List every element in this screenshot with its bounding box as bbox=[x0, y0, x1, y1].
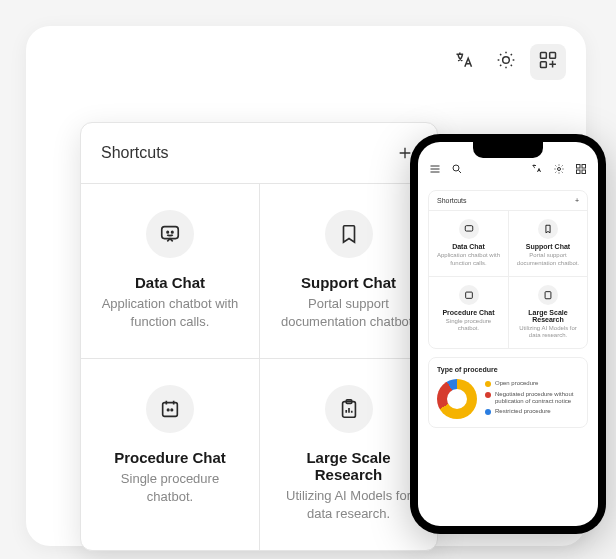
phone-shortcuts-title: Shortcuts bbox=[437, 197, 467, 204]
chart-title: Type of procedure bbox=[437, 366, 579, 373]
tile-title: Support Chat bbox=[515, 243, 581, 250]
tile-desc: Single procedure chatbot. bbox=[99, 470, 241, 505]
tile-title: Data Chat bbox=[435, 243, 502, 250]
svg-rect-3 bbox=[541, 62, 547, 68]
svg-rect-18 bbox=[465, 226, 473, 231]
tile-title: Support Chat bbox=[278, 274, 419, 291]
svg-point-12 bbox=[453, 165, 459, 171]
svg-rect-7 bbox=[163, 403, 178, 417]
phone-shortcuts-panel: Shortcuts + Data Chat Application chatbo… bbox=[428, 190, 588, 349]
phone-notch bbox=[473, 142, 543, 158]
shortcut-tile-data-chat[interactable]: Data Chat Application chatbot with funct… bbox=[81, 183, 259, 358]
phone-screen: Shortcuts + Data Chat Application chatbo… bbox=[418, 142, 598, 526]
tile-desc: Single procedure chatbot. bbox=[435, 318, 502, 334]
svg-rect-1 bbox=[541, 53, 547, 59]
apps-button[interactable] bbox=[530, 44, 566, 80]
menu-icon[interactable] bbox=[428, 162, 442, 176]
tile-desc: Application chatbot with function calls. bbox=[99, 295, 241, 330]
svg-rect-19 bbox=[465, 292, 472, 298]
svg-point-8 bbox=[167, 409, 168, 410]
phone-add-button[interactable]: + bbox=[575, 197, 579, 204]
legend-label: Negotiated procedure without publication… bbox=[495, 391, 579, 405]
legend-dot bbox=[485, 392, 491, 398]
tile-title: Procedure Chat bbox=[99, 449, 241, 466]
legend-item: Negotiated procedure without publication… bbox=[485, 391, 579, 405]
tile-title: Data Chat bbox=[99, 274, 241, 291]
translate-icon bbox=[454, 50, 474, 74]
apps-grid-icon[interactable] bbox=[574, 162, 588, 176]
tile-desc: Utilizing AI Models for data research. bbox=[515, 325, 581, 341]
phone-tile-procedure-chat[interactable]: Procedure Chat Single procedure chatbot. bbox=[429, 276, 508, 349]
calendar-chat-icon bbox=[459, 285, 479, 305]
legend-dot bbox=[485, 381, 491, 387]
shortcuts-header: Shortcuts bbox=[81, 123, 437, 183]
shortcuts-panel: Shortcuts Data Chat Application chatbot bbox=[80, 122, 438, 551]
svg-rect-16 bbox=[577, 170, 581, 174]
tile-title: Procedure Chat bbox=[435, 309, 502, 316]
translate-icon[interactable] bbox=[530, 162, 544, 176]
svg-point-5 bbox=[167, 231, 168, 232]
legend-dot bbox=[485, 409, 491, 415]
legend-item: Restricted procedure bbox=[485, 408, 579, 415]
phone-tile-support-chat[interactable]: Support Chat Portal support documentatio… bbox=[508, 210, 587, 276]
legend-label: Open procedure bbox=[495, 380, 538, 387]
bookmark-icon bbox=[325, 210, 373, 258]
legend-label: Restricted procedure bbox=[495, 408, 551, 415]
tile-desc: Portal support documentation chatbot. bbox=[278, 295, 419, 330]
tile-desc: Application chatbot with function calls. bbox=[435, 252, 502, 268]
theme-button[interactable] bbox=[488, 44, 524, 80]
chat-smile-icon bbox=[146, 210, 194, 258]
chat-smile-icon bbox=[459, 219, 479, 239]
svg-rect-17 bbox=[582, 170, 586, 174]
sun-icon bbox=[496, 50, 516, 74]
svg-rect-4 bbox=[162, 227, 179, 239]
tile-title: Large Scale Research bbox=[278, 449, 419, 483]
svg-rect-15 bbox=[582, 165, 586, 169]
chart-legend: Open procedure Negotiated procedure with… bbox=[485, 380, 579, 418]
apps-grid-icon bbox=[538, 50, 558, 74]
shortcuts-title: Shortcuts bbox=[101, 144, 169, 162]
search-icon[interactable] bbox=[450, 162, 464, 176]
phone-tile-research[interactable]: Large Scale Research Utilizing AI Models… bbox=[508, 276, 587, 349]
legend-item: Open procedure bbox=[485, 380, 579, 387]
clipboard-chart-icon bbox=[325, 385, 373, 433]
phone-chart-card: Type of procedure Open procedure Negotia… bbox=[428, 357, 588, 428]
svg-point-0 bbox=[503, 57, 510, 64]
shortcut-tile-procedure-chat[interactable]: Procedure Chat Single procedure chatbot. bbox=[81, 358, 259, 550]
phone-mockup: Shortcuts + Data Chat Application chatbo… bbox=[410, 134, 606, 534]
tile-title: Large Scale Research bbox=[515, 309, 581, 323]
tile-desc: Portal support documentation chatbot. bbox=[515, 252, 581, 268]
svg-point-6 bbox=[172, 231, 173, 232]
svg-point-9 bbox=[171, 409, 172, 410]
translate-button[interactable] bbox=[446, 44, 482, 80]
calendar-chat-icon bbox=[146, 385, 194, 433]
shortcuts-grid: Data Chat Application chatbot with funct… bbox=[81, 183, 437, 550]
svg-rect-14 bbox=[577, 165, 581, 169]
tile-desc: Utilizing AI Models for data research. bbox=[278, 487, 419, 522]
phone-tile-data-chat[interactable]: Data Chat Application chatbot with funct… bbox=[429, 210, 508, 276]
top-toolbar bbox=[26, 26, 586, 98]
donut-chart bbox=[437, 379, 477, 419]
sun-icon[interactable] bbox=[552, 162, 566, 176]
svg-rect-20 bbox=[545, 291, 551, 298]
svg-point-13 bbox=[558, 168, 561, 171]
clipboard-chart-icon bbox=[538, 285, 558, 305]
bookmark-icon bbox=[538, 219, 558, 239]
svg-rect-2 bbox=[550, 53, 556, 59]
